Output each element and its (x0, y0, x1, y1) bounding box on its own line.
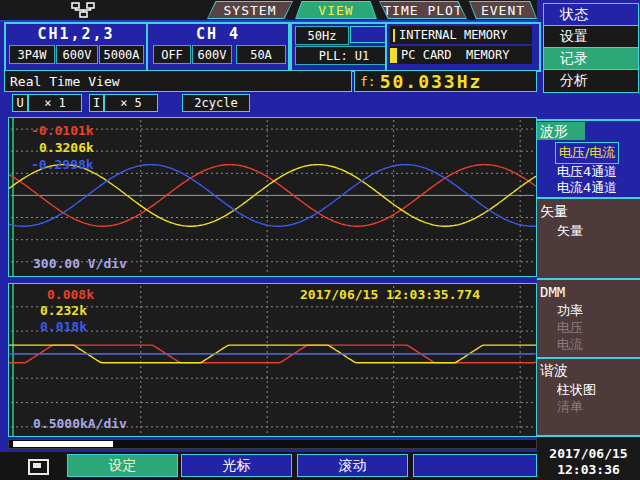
voltage-value-ch2: 0.3206k (39, 140, 94, 155)
internal-memory-row: INTERNAL MEMORY (390, 26, 532, 44)
menu-item-setup[interactable]: 设置 (544, 26, 638, 48)
system-datetime: 2017/06/15 12:03:36 (537, 446, 640, 478)
section-item-bargraph[interactable]: 柱状图 (557, 381, 596, 399)
frequency-value: 50.033Hz (380, 71, 483, 92)
u-zoom-value: × 1 (44, 96, 66, 110)
sidebar-divider-3 (537, 278, 640, 280)
tab-event-label: EVENT (470, 2, 536, 18)
view-title-bar: Real Time View (4, 70, 352, 92)
ch123-config-box: CH1,2,3 3P4W 600V 5000A (4, 22, 148, 72)
internal-memory-indicator (393, 29, 395, 42)
nominal-freq: 50Hz (295, 26, 349, 45)
section-item-current-disabled: 电流 (557, 336, 583, 354)
ch4-voltage-range: 600V (192, 45, 232, 64)
section-item-voltage-current[interactable]: 电压/电流 (555, 142, 619, 164)
ch4-config-box: CH 4 OFF 600V 50A (146, 22, 290, 72)
menu-item-record-label: 记录 (560, 50, 588, 68)
i-zoom-value: × 5 (120, 96, 142, 110)
ch4-title: CH 4 (148, 25, 288, 43)
section-waveform-header: 波形 (537, 122, 585, 140)
softkey-settings-label: 设定 (109, 457, 137, 475)
ch123-wiring: 3P4W (9, 45, 55, 64)
section-dmm-header: DMM (537, 284, 565, 300)
lan-network-icon (70, 2, 98, 18)
menu-item-status-label: 状态 (560, 6, 588, 24)
internal-memory-label: INTERNAL MEMORY (399, 28, 507, 42)
tab-time-plot[interactable]: TIME PLOT (379, 1, 467, 19)
section-harmonics-header: 谐波 (537, 362, 568, 380)
current-scale: 0.5000kA/div (33, 416, 127, 431)
sidebar-divider-1 (537, 119, 640, 121)
sidebar-divider-2 (537, 197, 640, 199)
softkey-settings[interactable]: 设定 (67, 454, 178, 477)
sync-config-box: 50Hz PLL: U1 (290, 22, 400, 72)
i-axis-key[interactable]: I (89, 94, 104, 112)
pc-card-memory-row: PC CARD MEMORY (390, 46, 532, 64)
ch4-mode: OFF (153, 45, 191, 64)
tab-time-plot-label: TIME PLOT (380, 2, 466, 18)
screen-hardcopy-icon (28, 459, 49, 475)
section-item-power[interactable]: 功率 (557, 302, 583, 320)
section-vector-header: 矢量 (537, 203, 568, 221)
section-item-list-disabled: 清单 (557, 398, 583, 416)
sidebar-brown-region (537, 197, 640, 437)
frequency-display: f: 50.033Hz (354, 70, 537, 92)
sidebar-divider-4 (537, 357, 640, 359)
scrollbar-thumb[interactable] (13, 441, 113, 447)
menu-item-setup-label: 设置 (560, 28, 588, 46)
menu-item-analysis[interactable]: 分析 (544, 70, 638, 92)
softkey-cursor-label: 光标 (223, 457, 251, 475)
u-axis-key[interactable]: U (12, 94, 28, 112)
ch123-voltage-range: 600V (56, 45, 98, 64)
section-item-current-4ch[interactable]: 电流4通道 (557, 179, 617, 197)
tab-view[interactable]: VIEW (295, 1, 377, 19)
view-title: Real Time View (10, 74, 120, 89)
voltage-scale: 300.00 V/div (33, 256, 127, 271)
tab-view-label: VIEW (296, 2, 376, 18)
softkey-scroll[interactable]: 滚动 (297, 454, 408, 477)
voltage-waveform-panel: -0.0101k 0.3206k -0.2998k 300.00 V/div (8, 117, 537, 277)
ch123-title: CH1,2,3 (6, 25, 146, 43)
menu-item-analysis-label: 分析 (560, 72, 588, 90)
tab-event[interactable]: EVENT (469, 1, 537, 19)
frequency-label: f: (360, 74, 376, 89)
softkey-cursor[interactable]: 光标 (181, 454, 292, 477)
current-value-ch3: 0.018k (40, 319, 87, 334)
current-waveform-plot (9, 284, 536, 436)
current-waveform-panel: 0.008k 0.232k 0.018k 2017/06/15 12:03:35… (8, 283, 537, 437)
pc-card-memory-label: PC CARD MEMORY (401, 48, 509, 62)
system-date: 2017/06/15 (537, 446, 640, 462)
sidebar-main-menu: 状态 设置 记录 分析 (543, 3, 639, 93)
analyzer-screen: SYSTEM VIEW TIME PLOT EVENT CH1,2,3 3P4W… (0, 0, 640, 480)
menu-item-record[interactable]: 记录 (544, 48, 638, 70)
waveform-timestamp: 2017/06/15 12:03:35.774 (300, 287, 480, 302)
softkey-empty[interactable] (413, 454, 537, 477)
i-axis-label: I (93, 96, 100, 110)
waveform-scrollbar[interactable] (8, 439, 537, 449)
pll-source: PLL: U1 (295, 46, 393, 65)
menu-item-status[interactable]: 状态 (544, 4, 638, 26)
cycle-button[interactable]: 2cycle (182, 94, 250, 112)
section-item-voltage-disabled: 电压 (557, 319, 583, 337)
u-zoom-button[interactable]: × 1 (28, 94, 82, 112)
section-item-vector[interactable]: 矢量 (557, 222, 583, 240)
system-time: 12:03:36 (537, 462, 640, 478)
tab-system[interactable]: SYSTEM (207, 1, 293, 19)
tab-system-label: SYSTEM (208, 2, 292, 18)
ch4-current-range: 50A (236, 45, 286, 64)
cycle-value: 2cycle (194, 96, 237, 110)
softkey-scroll-label: 滚动 (339, 457, 367, 475)
top-bar: SYSTEM VIEW TIME PLOT EVENT (0, 0, 537, 20)
memory-status-box: INTERNAL MEMORY PC CARD MEMORY (385, 22, 541, 72)
current-value-ch2: 0.232k (40, 303, 87, 318)
sidebar-divider-5 (537, 435, 640, 437)
ch123-current-range: 5000A (99, 45, 144, 64)
u-axis-label: U (16, 96, 23, 110)
current-value-ch1: 0.008k (47, 287, 94, 302)
voltage-value-ch3: -0.2998k (31, 157, 94, 172)
i-zoom-button[interactable]: × 5 (104, 94, 158, 112)
voltage-value-ch1: -0.0101k (31, 123, 94, 138)
pc-card-memory-indicator (390, 48, 397, 63)
